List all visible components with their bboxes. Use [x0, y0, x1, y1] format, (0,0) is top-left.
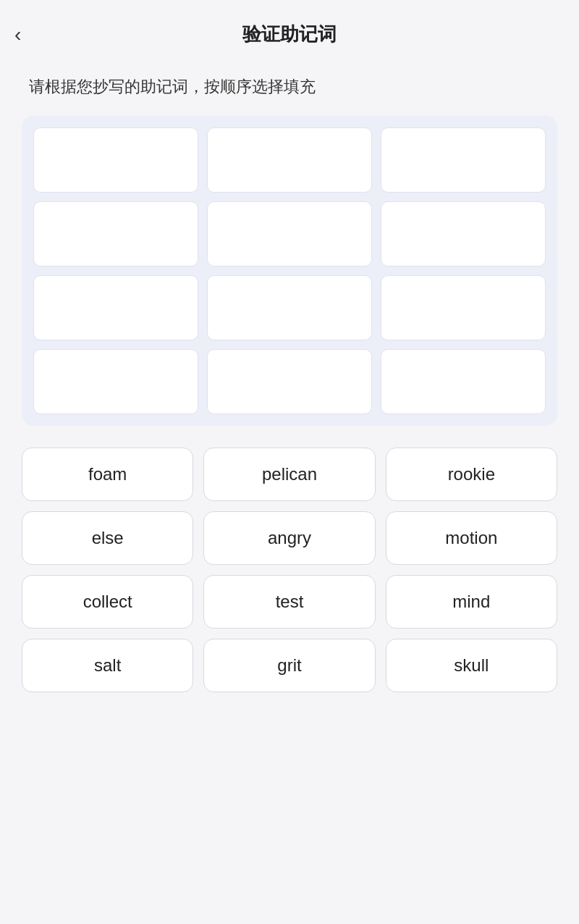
grid-cell-4[interactable]	[33, 201, 198, 266]
header: ‹ 验证助记词	[0, 0, 579, 62]
back-button[interactable]: ‹	[14, 25, 21, 45]
word-btn-grit[interactable]: grit	[203, 639, 375, 692]
word-btn-angry[interactable]: angry	[203, 511, 375, 565]
instruction-text: 请根据您抄写的助记词，按顺序选择填充	[0, 62, 579, 109]
grid-cell-11[interactable]	[207, 349, 372, 414]
word-btn-test[interactable]: test	[203, 575, 375, 629]
grid-cell-2[interactable]	[207, 127, 372, 193]
grid-cell-1[interactable]	[33, 127, 198, 193]
word-btn-collect[interactable]: collect	[22, 575, 193, 629]
grid-cell-5[interactable]	[207, 201, 372, 266]
word-btn-pelican[interactable]: pelican	[203, 448, 375, 501]
page-title: 验证助记词	[242, 22, 337, 47]
grid-cell-6[interactable]	[381, 201, 546, 266]
word-btn-mind[interactable]: mind	[386, 575, 557, 629]
grid-cell-10[interactable]	[33, 349, 198, 414]
grid-cell-7[interactable]	[33, 275, 198, 340]
word-btn-rookie[interactable]: rookie	[386, 448, 557, 501]
grid-cell-12[interactable]	[381, 349, 546, 414]
word-btn-skull[interactable]: skull	[386, 639, 557, 692]
word-btn-foam[interactable]: foam	[22, 448, 193, 501]
grid-cell-3[interactable]	[381, 127, 546, 193]
word-btn-salt[interactable]: salt	[22, 639, 193, 692]
mnemonic-grid	[22, 116, 557, 426]
word-btn-else[interactable]: else	[22, 511, 193, 565]
grid-cell-9[interactable]	[381, 275, 546, 340]
word-buttons-area: foam pelican rookie else angry motion co…	[22, 448, 557, 692]
word-btn-motion[interactable]: motion	[386, 511, 557, 565]
grid-cell-8[interactable]	[207, 275, 372, 340]
